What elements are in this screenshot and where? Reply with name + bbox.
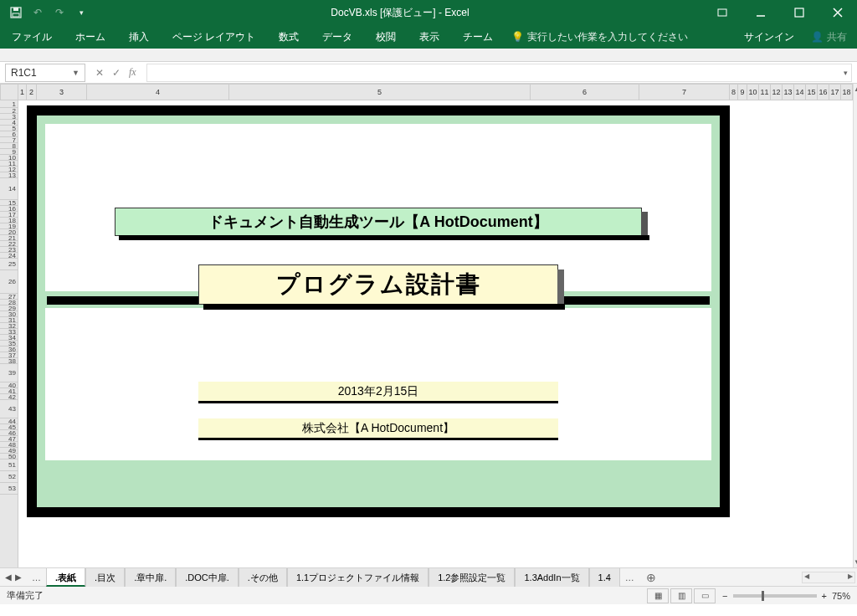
tab-insert[interactable]: 挿入 [117, 25, 161, 49]
minimize-icon[interactable] [742, 0, 780, 25]
tab-file[interactable]: ファイル [0, 25, 64, 49]
zoom-slider[interactable] [733, 594, 817, 598]
cover-page: ドキュメント自動生成ツール【A HotDocument】 プログラム設計書 20… [27, 105, 730, 517]
row-header[interactable]: 13 [0, 172, 18, 178]
worksheet-area[interactable]: ドキュメント自動生成ツール【A HotDocument】 プログラム設計書 20… [18, 100, 853, 567]
tab-data[interactable]: データ [310, 25, 364, 49]
col-header[interactable]: 10 [747, 85, 759, 100]
row-header[interactable]: 53 [0, 483, 18, 495]
tab-next-icon[interactable]: ▶ [15, 572, 22, 582]
vertical-scrollbar[interactable] [853, 84, 857, 567]
tab-pagelayout[interactable]: ページ レイアウト [161, 25, 267, 49]
row-header[interactable]: 51 [0, 459, 18, 471]
date-field: 2013年2月15日 [198, 382, 558, 403]
row-header[interactable]: 25 [0, 259, 18, 270]
view-break-icon[interactable]: ▭ [694, 588, 716, 603]
company-field: 株式会社【A HotDocument】 [198, 418, 558, 440]
qa-customize-icon[interactable]: ▾ [74, 5, 89, 20]
ribbon-display-icon[interactable] [703, 0, 742, 25]
sheet-tab[interactable]: 1.1プロジェクトファイル情報 [287, 568, 428, 587]
col-header[interactable]: 15 [806, 85, 818, 100]
col-header[interactable]: 5 [229, 85, 531, 100]
name-box[interactable]: R1C1 ▼ [5, 64, 85, 82]
row-headers[interactable]: 1234567891011121314151617181920212223242… [0, 100, 18, 567]
col-header[interactable]: 8 [730, 85, 738, 100]
col-header[interactable]: 18 [841, 85, 853, 100]
sheet-tab[interactable]: .DOC中扉. [176, 568, 239, 587]
col-header[interactable]: 2 [27, 85, 37, 100]
sheet-tab[interactable]: 1.4 [589, 568, 620, 587]
cancel-icon[interactable]: ✕ [95, 67, 104, 79]
ribbon: ファイル ホーム 挿入 ページ レイアウト 数式 データ 校閲 表示 チーム 💡… [0, 25, 857, 49]
tab-first-icon[interactable]: ◀ [5, 572, 12, 582]
row-header[interactable]: 43 [0, 400, 18, 418]
col-header[interactable]: 9 [738, 85, 747, 100]
formula-input[interactable]: ▾ [146, 64, 852, 82]
maximize-icon[interactable] [780, 0, 819, 25]
row-header[interactable]: 38 [0, 358, 18, 364]
sheet-tab[interactable]: .表紙 [46, 568, 85, 587]
row-header[interactable]: 42 [0, 394, 18, 400]
name-box-value: R1C1 [11, 67, 37, 79]
tab-team[interactable]: チーム [451, 25, 505, 49]
main-title-band: プログラム設計書 [198, 264, 558, 305]
svg-rect-2 [13, 13, 19, 17]
formula-controls: ✕ ✓ fx [90, 66, 141, 79]
col-header[interactable]: 16 [818, 85, 829, 100]
tab-scroll-left[interactable]: … [27, 572, 46, 583]
view-buttons: ▦ ▥ ▭ [647, 588, 716, 603]
sheet-tab[interactable]: .目次 [85, 568, 125, 587]
sheet-tab[interactable]: 1.2参照設定一覧 [428, 568, 515, 587]
signin-link[interactable]: サインイン [732, 25, 806, 49]
tab-review[interactable]: 校閲 [364, 25, 408, 49]
row-header[interactable]: 52 [0, 471, 18, 483]
redo-icon[interactable]: ↷ [52, 5, 67, 20]
col-header[interactable]: 17 [829, 85, 841, 100]
formula-expand-icon[interactable]: ▾ [844, 69, 848, 77]
view-normal-icon[interactable]: ▦ [647, 588, 669, 603]
column-headers[interactable]: 123456789101112131415161718 [18, 84, 853, 100]
row-header[interactable]: 26 [0, 270, 18, 294]
svg-rect-5 [795, 8, 803, 17]
sheet-tab[interactable]: 1.3AddIn一覧 [515, 568, 588, 587]
close-icon[interactable] [819, 0, 857, 25]
col-header[interactable]: 11 [759, 85, 771, 100]
share-icon: 👤 [811, 31, 824, 43]
sheet-tab[interactable]: .章中扉. [125, 568, 176, 587]
col-header[interactable]: 1 [18, 85, 27, 100]
sheet-tabs: .表紙.目次.章中扉..DOC中扉..その他1.1プロジェクトファイル情報1.2… [46, 568, 620, 587]
row-header[interactable]: 50 [0, 454, 18, 459]
col-header[interactable]: 7 [639, 85, 730, 100]
zoom-out-button[interactable]: − [722, 591, 727, 601]
view-page-icon[interactable]: ▥ [670, 588, 692, 603]
sheet-tab[interactable]: .その他 [239, 568, 287, 587]
tab-home[interactable]: ホーム [64, 25, 117, 49]
save-icon[interactable] [8, 5, 23, 20]
fx-icon[interactable]: fx [129, 66, 136, 79]
col-header[interactable]: 4 [87, 85, 229, 100]
col-header[interactable]: 14 [794, 85, 806, 100]
col-header[interactable]: 13 [783, 85, 794, 100]
tool-title-band: ドキュメント自動生成ツール【A HotDocument】 [115, 208, 642, 236]
status-bar: 準備完了 ▦ ▥ ▭ − + 75% [0, 586, 857, 604]
share-button[interactable]: 👤 共有 [806, 30, 852, 44]
undo-icon[interactable]: ↶ [30, 5, 45, 20]
tab-view[interactable]: 表示 [408, 25, 451, 49]
zoom-in-button[interactable]: + [822, 591, 827, 601]
sheet-tab-bar: ◀ ▶ … .表紙.目次.章中扉..DOC中扉..その他1.1プロジェクトファイ… [0, 567, 857, 586]
name-box-dropdown-icon[interactable]: ▼ [72, 69, 80, 77]
select-all-button[interactable] [0, 84, 18, 100]
zoom-level[interactable]: 75% [832, 591, 850, 601]
col-header[interactable]: 12 [771, 85, 783, 100]
row-header[interactable]: 24 [0, 253, 18, 259]
add-sheet-button[interactable]: ⊕ [639, 571, 663, 584]
tab-scroll-right[interactable]: … [620, 572, 639, 583]
row-header[interactable]: 39 [0, 364, 18, 382]
tell-me[interactable]: 💡 実行したい作業を入力してください [505, 30, 695, 44]
enter-icon[interactable]: ✓ [112, 67, 121, 79]
horizontal-scrollbar[interactable]: ◀▶ [802, 572, 855, 583]
col-header[interactable]: 3 [37, 85, 87, 100]
col-header[interactable]: 6 [531, 85, 639, 100]
tab-formulas[interactable]: 数式 [267, 25, 310, 49]
row-header[interactable]: 14 [0, 178, 18, 200]
